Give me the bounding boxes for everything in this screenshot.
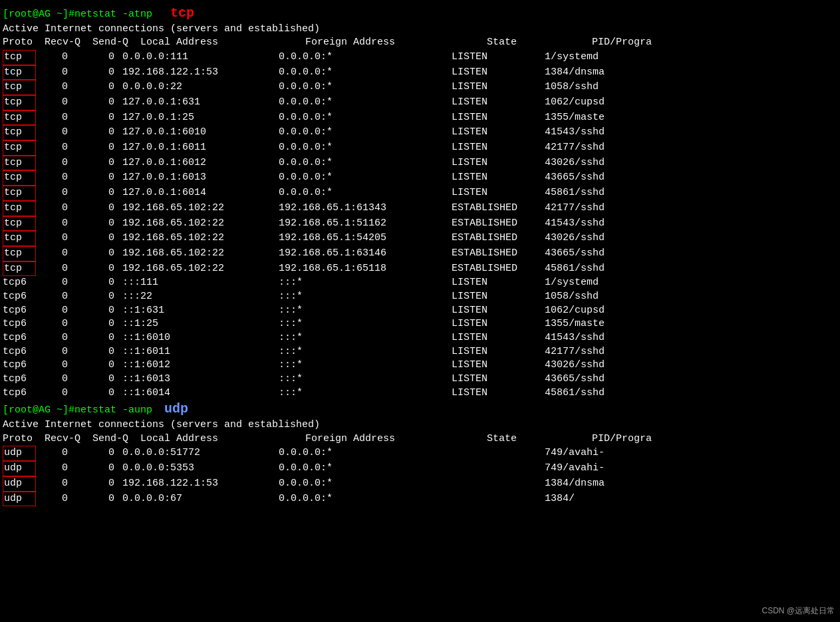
tcp-keyword: tcp	[170, 5, 194, 21]
table-row: tcp00127.0.0.1:60120.0.0.0:*LISTEN43026/…	[3, 156, 837, 171]
table-row: tcp00127.0.0.1:6310.0.0.0:*LISTEN1062/cu…	[3, 95, 837, 110]
table-row: tcp00192.168.65.102:22192.168.65.1:65118…	[3, 261, 837, 277]
table-row: tcp600::1:6012:::*LISTEN43026/sshd	[3, 359, 837, 373]
tcp-rows: tcp000.0.0.0:1110.0.0.0:*LISTEN1/systemd…	[3, 50, 837, 400]
active-label1: Active Internet connections (servers and…	[3, 23, 837, 37]
table-row: tcp600::1:25:::*LISTEN1355/maste	[3, 317, 837, 331]
table-row: udp00192.168.122.1:530.0.0.0:*1384/dnsma	[3, 476, 837, 492]
active-label2: Active Internet connections (servers and…	[3, 418, 837, 432]
table-row: tcp600:::111:::*LISTEN1/systemd	[3, 276, 837, 290]
cmd2-text: [root@AG ~]#netstat -aunp	[3, 404, 152, 416]
table-row: udp000.0.0.0:53530.0.0.0:*749/avahi-	[3, 461, 837, 476]
table-row: tcp600:::22:::*LISTEN1058/sshd	[3, 290, 837, 304]
table-row: tcp000.0.0.0:220.0.0.0:*LISTEN1058/sshd	[3, 80, 837, 95]
table-row: tcp00192.168.122.1:530.0.0.0:*LISTEN1384…	[3, 65, 837, 80]
table-row: tcp00127.0.0.1:60110.0.0.0:*LISTEN42177/…	[3, 140, 837, 156]
table-row: tcp00192.168.65.102:22192.168.65.1:54205…	[3, 231, 837, 246]
udp-rows: udp000.0.0.0:517720.0.0.0:*749/avahi-udp…	[3, 446, 837, 506]
watermark: CSDN @远离处日常	[762, 605, 835, 617]
table-row: tcp00192.168.65.102:22192.168.65.1:63146…	[3, 246, 837, 261]
table-row: tcp600::1:631:::*LISTEN1062/cupsd	[3, 304, 837, 318]
table-row: udp000.0.0.0:517720.0.0.0:*749/avahi-	[3, 446, 837, 461]
cmd2-line: [root@AG ~]#netstat -aunp udp	[3, 400, 837, 418]
table-row: tcp600::1:6013:::*LISTEN43665/sshd	[3, 373, 837, 387]
cmd1-line: [root@AG ~]#netstat -atnp tcp	[3, 4, 837, 23]
table-row: udp000.0.0.0:670.0.0.0:*1384/	[3, 492, 837, 507]
header1: Proto Recv-Q Send-Q Local Address Foreig…	[3, 36, 837, 50]
table-row: tcp600::1:6011:::*LISTEN42177/sshd	[3, 345, 837, 359]
table-row: tcp00192.168.65.102:22192.168.65.1:61343…	[3, 201, 837, 216]
terminal: [root@AG ~]#netstat -atnp tcp Active Int…	[0, 0, 840, 622]
table-row: tcp600::1:6014:::*LISTEN45861/sshd	[3, 387, 837, 400]
table-row: tcp00127.0.0.1:60100.0.0.0:*LISTEN41543/…	[3, 125, 837, 140]
cmd1-text: [root@AG ~]#netstat -atnp	[3, 9, 152, 20]
table-row: tcp00127.0.0.1:250.0.0.0:*LISTEN1355/mas…	[3, 110, 837, 126]
table-row: tcp00127.0.0.1:60140.0.0.0:*LISTEN45861/…	[3, 186, 837, 201]
table-row: tcp00127.0.0.1:60130.0.0.0:*LISTEN43665/…	[3, 170, 837, 186]
udp-keyword: udp	[164, 401, 188, 416]
table-row: tcp600::1:6010:::*LISTEN41543/sshd	[3, 331, 837, 345]
header2: Proto Recv-Q Send-Q Local Address Foreig…	[3, 432, 837, 446]
table-row: tcp00192.168.65.102:22192.168.65.1:51162…	[3, 216, 837, 232]
table-row: tcp000.0.0.0:1110.0.0.0:*LISTEN1/systemd	[3, 50, 837, 65]
